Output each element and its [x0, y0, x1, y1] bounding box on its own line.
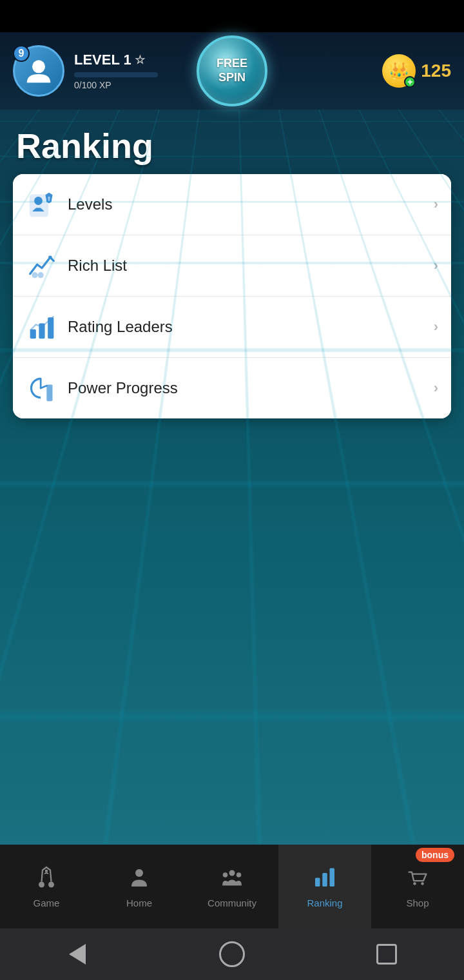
- nav-item-home[interactable]: Home: [93, 845, 186, 928]
- bottom-nav: Game Home Community: [0, 845, 464, 928]
- svg-point-2: [34, 197, 43, 205]
- levels-icon: [26, 188, 58, 220]
- bonus-badge: bonus: [416, 848, 454, 862]
- svg-point-7: [38, 272, 44, 278]
- android-recent-button[interactable]: [371, 938, 403, 970]
- nav-label-game: Game: [34, 897, 60, 908]
- svg-point-26: [421, 882, 424, 885]
- rating-leaders-icon: [26, 311, 58, 343]
- nav-label-ranking: Ranking: [307, 897, 342, 908]
- nav-label-shop: Shop: [406, 897, 429, 908]
- svg-point-16: [48, 881, 54, 887]
- rich-list-label: Rich List: [68, 257, 434, 275]
- plus-badge: +: [404, 76, 416, 88]
- android-home-button[interactable]: [216, 938, 248, 970]
- main-content: Ranking Levels ›: [0, 110, 464, 845]
- svg-rect-23: [322, 873, 327, 887]
- page-title: Ranking: [16, 126, 448, 166]
- nav-item-game[interactable]: Game: [0, 845, 93, 928]
- nav-label-community: Community: [208, 897, 256, 908]
- svg-point-25: [413, 882, 416, 885]
- svg-rect-22: [315, 877, 320, 887]
- notification-badge: 9: [13, 45, 30, 62]
- recent-icon: [376, 944, 397, 965]
- back-icon: [69, 944, 86, 965]
- community-icon: [220, 865, 244, 894]
- xp-bar-container: [74, 72, 158, 77]
- nav-item-shop[interactable]: bonus Shop: [371, 845, 464, 928]
- free-spin-label: FREESPIN: [217, 57, 247, 84]
- android-nav-bar: [0, 928, 464, 980]
- svg-point-5: [48, 255, 52, 259]
- star-icon: ☆: [135, 53, 145, 67]
- home-icon: [128, 865, 151, 894]
- levels-label: Levels: [68, 195, 434, 213]
- rich-list-icon: [26, 250, 58, 282]
- power-progress-icon: [26, 372, 58, 404]
- shop-icon: [406, 865, 429, 894]
- svg-rect-8: [30, 329, 36, 339]
- svg-point-17: [45, 869, 48, 872]
- ranking-icon: [313, 865, 336, 894]
- xp-text: 0/100 XP: [74, 80, 158, 90]
- status-bar: [0, 0, 464, 32]
- menu-item-rich-list[interactable]: Rich List ›: [13, 235, 451, 297]
- svg-point-6: [32, 272, 37, 278]
- svg-point-0: [32, 60, 45, 73]
- rating-leaders-label: Rating Leaders: [68, 318, 434, 336]
- svg-point-19: [229, 870, 235, 876]
- svg-point-18: [135, 869, 143, 877]
- nav-item-ranking[interactable]: Ranking: [278, 845, 371, 928]
- avatar-container[interactable]: 9: [13, 45, 64, 97]
- nav-label-home: Home: [126, 897, 152, 908]
- level-title: LEVEL 1 ☆: [74, 52, 158, 68]
- crown-coin[interactable]: 👑 +: [382, 54, 416, 88]
- level-info: LEVEL 1 ☆ 0/100 XP: [74, 52, 158, 90]
- free-spin-button[interactable]: FREESPIN: [197, 35, 267, 106]
- power-progress-chevron: ›: [434, 380, 438, 397]
- svg-rect-14: [46, 385, 52, 402]
- power-progress-label: Power Progress: [68, 379, 434, 397]
- svg-point-15: [39, 881, 44, 887]
- svg-point-20: [223, 872, 228, 877]
- android-back-button[interactable]: [61, 938, 93, 970]
- levels-chevron: ›: [434, 196, 438, 213]
- nav-item-community[interactable]: Community: [186, 845, 278, 928]
- header: 9 LEVEL 1 ☆ 0/100 XP FREESPIN 👑 + 125: [0, 32, 464, 110]
- menu-item-power-progress[interactable]: Power Progress ›: [13, 358, 451, 418]
- home-nav-icon: [219, 941, 245, 967]
- ranking-menu-card: Levels › Rich List ›: [13, 174, 451, 418]
- coin-amount: 125: [421, 61, 451, 81]
- game-icon: [35, 865, 58, 894]
- svg-point-21: [237, 872, 242, 877]
- menu-item-levels[interactable]: Levels ›: [13, 174, 451, 235]
- menu-item-rating-leaders[interactable]: Rating Leaders ›: [13, 297, 451, 358]
- rating-leaders-chevron: ›: [434, 318, 438, 335]
- ranking-title-area: Ranking: [0, 110, 464, 175]
- svg-rect-24: [330, 868, 335, 887]
- coins-container: 👑 + 125: [382, 54, 451, 88]
- rich-list-chevron: ›: [434, 257, 438, 274]
